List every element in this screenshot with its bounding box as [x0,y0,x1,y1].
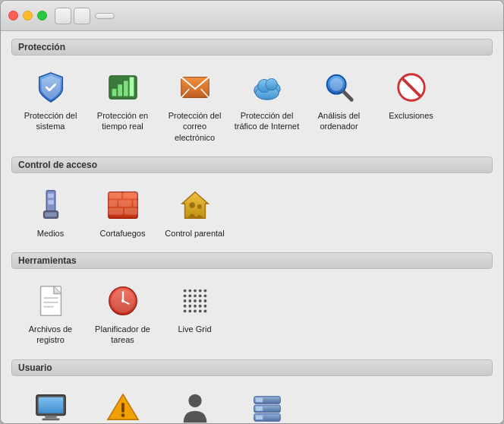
svg-point-50 [194,295,197,298]
svg-rect-21 [48,200,54,204]
item-medios[interactable]: Medios [14,181,87,243]
close-button[interactable] [8,11,18,21]
item-cortafuegos[interactable]: Cortafuegos [87,181,159,243]
item-control-parental[interactable]: Control parental [159,181,231,243]
section-header-control-acceso: Control de acceso [11,157,493,173]
minimize-button[interactable] [23,11,33,21]
svg-point-51 [198,295,201,298]
svg-point-64 [188,310,191,313]
svg-point-52 [203,295,206,298]
item-exclusiones[interactable]: Exclusiones [375,63,447,147]
svg-point-63 [183,310,186,313]
svg-point-59 [188,305,191,308]
svg-rect-29 [108,208,122,215]
svg-point-62 [203,305,206,308]
svg-rect-71 [42,418,59,420]
svg-point-57 [203,299,206,302]
clock-icon [103,281,143,321]
svg-point-67 [203,310,206,313]
svg-point-65 [194,310,197,313]
item-analisis-ordenador[interactable]: Análisis del ordenador [303,63,375,147]
item-proteccion-trafico[interactable]: Protección del tráfico de Internet [231,63,303,147]
item-label-proteccion-trafico: Protección del tráfico de Internet [234,110,300,132]
cloud-icon [247,68,287,107]
svg-rect-70 [45,415,56,418]
svg-line-15 [343,92,351,100]
svg-rect-80 [255,407,263,411]
content-area: Protección Protección del sistema Protec… [1,31,503,423]
titlebar [1,1,503,31]
svg-point-46 [198,290,201,293]
svg-point-32 [189,202,195,208]
chart-bar-icon [103,68,143,107]
svg-point-58 [183,305,186,308]
section-herramientas: Herramientas Archivos de registro Planif… [11,252,493,355]
item-label-live-grid: Live Grid [178,324,211,334]
svg-point-76 [188,394,201,407]
item-proteccion-tiempo-real[interactable]: Protección en tiempo real [87,63,159,147]
svg-rect-30 [124,208,137,215]
maximize-button[interactable] [37,11,47,21]
item-interfaz[interactable]: Interfaz [14,384,87,423]
item-label-exclusiones: Exclusiones [389,110,433,121]
item-label-control-parental: Control parental [165,228,224,239]
svg-rect-28 [133,200,137,207]
item-live-grid[interactable]: Live Grid [159,277,231,350]
section-header-herramientas: Herramientas [11,252,493,269]
svg-point-55 [194,299,197,302]
item-label-proteccion-tiempo-real: Protección en tiempo real [90,110,156,132]
svg-point-14 [329,78,342,91]
svg-point-66 [198,310,201,313]
item-archivos-registro[interactable]: Archivos de registro [14,277,87,350]
item-label-cortafuegos: Cortafuegos [100,228,146,239]
item-label-analisis-ordenador: Análisis del ordenador [306,110,372,132]
firewall-icon [103,185,143,225]
item-label-archivos-registro: Archivos de registro [17,324,83,346]
item-menu-contextual[interactable]: Menú contextual [231,384,303,423]
svg-rect-26 [108,200,117,207]
monitor-icon [31,388,71,423]
section-header-usuario: Usuario [11,359,493,376]
svg-rect-22 [45,212,56,217]
svg-point-48 [183,295,186,298]
svg-rect-82 [255,415,263,419]
svg-point-61 [198,305,201,308]
section-items-usuario: Interfaz Alertas y notificaciones Privil… [11,379,493,423]
svg-rect-74 [121,403,124,412]
svg-rect-24 [108,192,121,199]
item-planificador-tareas[interactable]: Planificador de tareas [87,277,159,350]
shield-icon [31,68,71,107]
usb-icon [31,185,71,225]
main-window: Protección Protección del sistema Protec… [0,0,504,424]
section-proteccion: Protección Protección del sistema Protec… [11,39,493,152]
svg-rect-1 [112,89,116,97]
item-alertas-notificaciones[interactable]: Alertas y notificaciones [87,384,159,423]
section-control-acceso: Control de acceso Medios Cortafuegos [11,157,493,248]
section-items-herramientas: Archivos de registro Planificador de tar… [11,272,493,355]
item-proteccion-sistema[interactable]: Protección del sistema [14,63,87,147]
back-button[interactable] [55,8,71,24]
svg-rect-20 [48,194,54,198]
traffic-lights [8,11,47,21]
svg-point-12 [266,79,277,90]
svg-point-47 [203,290,206,293]
stack-icon [247,388,287,423]
parental-icon [175,185,215,225]
svg-rect-27 [118,200,131,207]
svg-rect-2 [118,84,122,96]
item-label-planificador-tareas: Planificador de tareas [90,324,156,346]
show-all-button[interactable] [95,13,115,19]
svg-point-60 [194,305,197,308]
item-label-proteccion-correo: Protección del correo electrónico [162,110,228,143]
nav-buttons [55,8,90,24]
svg-point-54 [188,299,191,302]
section-header-proteccion: Protección [11,39,493,55]
person-icon [175,388,215,423]
item-privilegios[interactable]: Privilegios [159,384,231,423]
item-proteccion-correo[interactable]: Protección del correo electrónico [159,63,231,147]
svg-point-44 [188,290,191,293]
section-items-control-acceso: Medios Cortafuegos [11,176,493,248]
forward-button[interactable] [74,8,90,24]
svg-rect-4 [129,78,134,97]
svg-point-33 [197,204,201,209]
